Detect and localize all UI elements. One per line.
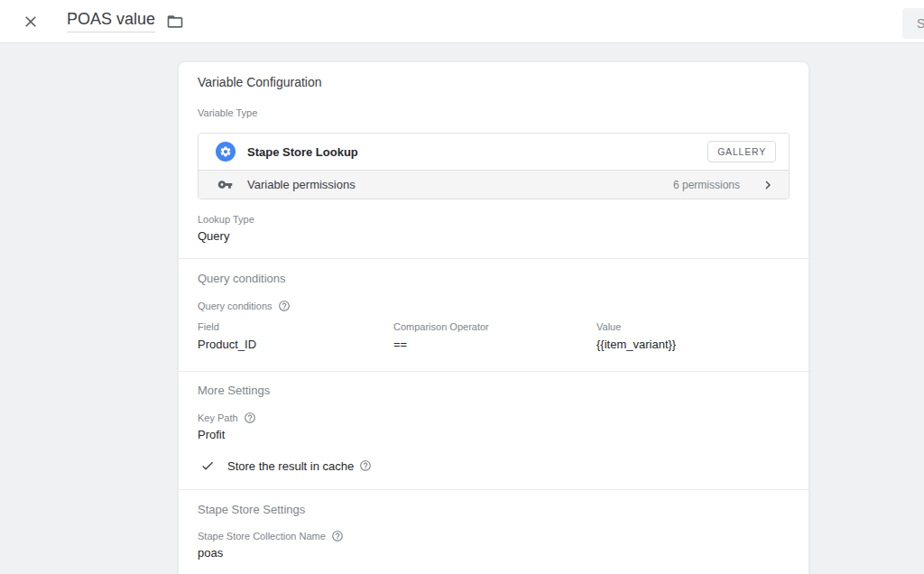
- query-conditions-grid: Field Product_ID Comparison Operator == …: [198, 321, 790, 351]
- collection-name-label: Stape Store Collection Name: [198, 530, 790, 542]
- main-area: Variable Configuration Variable Type Sta…: [0, 61, 924, 574]
- field-header: Field: [198, 321, 393, 332]
- value-value[interactable]: {{item_variant}}: [596, 338, 790, 351]
- query-conditions-label-text: Query conditions: [198, 301, 273, 311]
- key-path-label: Key Path: [198, 412, 790, 424]
- help-icon[interactable]: [359, 459, 372, 472]
- variable-type-name: Stape Store Lookup: [247, 145, 358, 159]
- topbar: POAS value Save: [0, 0, 924, 43]
- variable-configuration-card: Variable Configuration Variable Type Sta…: [178, 61, 809, 574]
- variable-type-box: Stape Store Lookup GALLERY Variable perm…: [198, 133, 790, 199]
- collection-name-label-text: Stape Store Collection Name: [198, 531, 326, 542]
- comparison-operator-value[interactable]: ==: [393, 338, 596, 351]
- query-condition-column: Comparison Operator ==: [393, 321, 596, 351]
- value-header: Value: [596, 321, 790, 332]
- lookup-type-label: Lookup Type: [198, 214, 790, 225]
- key-path-value[interactable]: Profit: [198, 428, 790, 441]
- help-icon[interactable]: [278, 300, 291, 312]
- page-title[interactable]: POAS value: [67, 10, 155, 32]
- permissions-count: 6 permissions: [673, 179, 740, 191]
- divider: [179, 371, 808, 372]
- folder-icon[interactable]: [166, 13, 184, 31]
- collection-name-value[interactable]: poas: [198, 546, 790, 560]
- help-icon[interactable]: [331, 530, 344, 542]
- card-title: Variable Configuration: [198, 75, 790, 89]
- save-button[interactable]: Save: [902, 8, 924, 39]
- chevron-right-icon: [760, 177, 776, 193]
- help-icon[interactable]: [244, 412, 256, 424]
- field-value[interactable]: Product_ID: [198, 338, 393, 351]
- store-result-in-cache-checkbox[interactable]: Store the result in cache: [198, 458, 790, 473]
- divider: [179, 489, 808, 490]
- lookup-type-value[interactable]: Query: [198, 229, 790, 243]
- query-conditions-label: Query conditions: [198, 300, 790, 312]
- variable-type-row[interactable]: Stape Store Lookup GALLERY: [199, 134, 789, 170]
- gear-icon: [216, 142, 236, 162]
- key-icon: [217, 177, 233, 192]
- divider: [179, 258, 808, 259]
- stape-store-settings-section-title: Stape Store Settings: [198, 503, 790, 516]
- variable-permissions-row[interactable]: Variable permissions 6 permissions: [199, 170, 789, 199]
- variable-permissions-label: Variable permissions: [247, 178, 356, 191]
- close-icon[interactable]: [22, 13, 40, 31]
- query-conditions-section-title: Query conditions: [198, 272, 790, 285]
- key-path-label-text: Key Path: [198, 412, 238, 423]
- query-condition-column: Field Product_ID: [198, 321, 393, 351]
- more-settings-section-title: More Settings: [198, 384, 790, 397]
- title-wrap: POAS value: [67, 10, 184, 32]
- comparison-operator-header: Comparison Operator: [393, 321, 596, 332]
- cache-checkbox-label: Store the result in cache: [227, 459, 354, 473]
- check-icon: [200, 458, 215, 473]
- gallery-button[interactable]: GALLERY: [707, 141, 776, 162]
- variable-type-label: Variable Type: [198, 107, 790, 118]
- query-condition-column: Value {{item_variant}}: [596, 321, 790, 351]
